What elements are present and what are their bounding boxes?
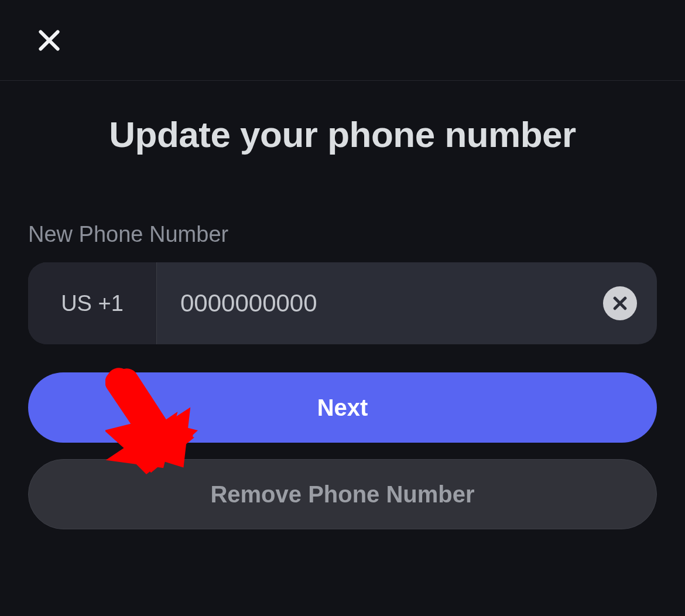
clear-input-icon[interactable]: [603, 286, 637, 320]
phone-input-row: US +1: [28, 262, 657, 344]
phone-field-label: New Phone Number: [28, 222, 657, 247]
phone-number-input[interactable]: [180, 289, 603, 317]
modal-content: Update your phone number New Phone Numbe…: [0, 114, 685, 529]
remove-phone-button[interactable]: Remove Phone Number: [28, 459, 657, 529]
phone-input-wrap: [157, 262, 657, 344]
close-icon[interactable]: [33, 24, 66, 57]
page-title: Update your phone number: [28, 114, 657, 155]
modal-header: [0, 0, 685, 81]
next-button[interactable]: Next: [28, 372, 657, 443]
country-code-select[interactable]: US +1: [28, 262, 157, 344]
